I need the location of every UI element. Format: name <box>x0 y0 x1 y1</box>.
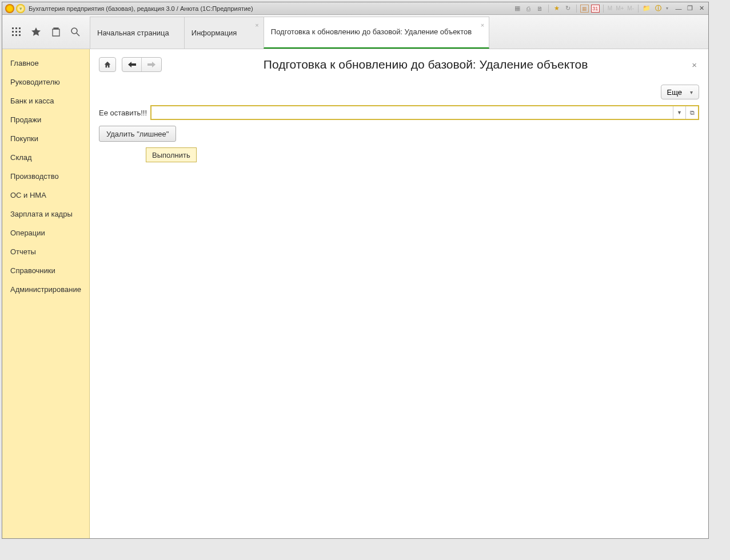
page-title: Подготовка к обновлению до базовой: Удал… <box>167 58 684 71</box>
keep-field-input[interactable] <box>151 106 673 119</box>
delete-extra-label: Удалить "лишнее" <box>106 130 169 138</box>
app-logo-icon <box>5 4 14 13</box>
keep-field-label: Ее оставить!!! <box>99 109 147 117</box>
sidebar-item-label: Главное <box>10 59 39 67</box>
sidebar-item-label: Руководителю <box>10 78 60 86</box>
svg-rect-8 <box>19 34 21 36</box>
search-icon[interactable] <box>70 26 81 38</box>
sidebar-item-reports[interactable]: Отчеты <box>2 242 89 261</box>
sidebar-item-label: Банк и касса <box>10 97 54 105</box>
sidebar-item-label: Операции <box>10 229 45 237</box>
sidebar-item-label: Администрирование <box>10 285 81 294</box>
home-icon <box>103 61 111 69</box>
delete-extra-button[interactable]: Удалить "лишнее" <box>99 126 176 142</box>
sidebar-item-label: Склад <box>10 153 32 162</box>
history-icon[interactable]: ↻ <box>564 4 573 13</box>
nav-arrows <box>122 57 162 72</box>
svg-point-9 <box>71 28 77 34</box>
sidebar-item-os-nma[interactable]: ОС и НМА <box>2 186 89 205</box>
keep-field-wrap: ▼ ⧉ <box>150 105 699 120</box>
svg-rect-2 <box>19 27 21 29</box>
svg-rect-1 <box>15 27 17 29</box>
arrow-right-icon <box>147 61 156 68</box>
tab-close-icon[interactable]: × <box>481 22 484 30</box>
sidebar-item-directories[interactable]: Справочники <box>2 261 89 280</box>
separator <box>576 5 577 13</box>
sidebar-item-label: Производство <box>10 172 59 181</box>
app-menu-icon[interactable]: ▾ <box>16 4 25 13</box>
tab-start-page[interactable]: Начальная страница <box>90 17 185 49</box>
memory-mplus[interactable]: M+ <box>615 5 624 11</box>
memory-m[interactable]: M <box>607 5 613 11</box>
sidebar-item-label: Справочники <box>10 266 55 275</box>
sidebar-item-sales[interactable]: Продажи <box>2 110 89 129</box>
folder-icon[interactable]: 📁 <box>642 4 651 13</box>
sidebar-item-label: Отчеты <box>10 247 36 256</box>
sidebar: Главное Руководителю Банк и касса Продаж… <box>2 49 90 538</box>
separator <box>638 5 639 13</box>
page-close-button[interactable]: × <box>689 58 699 72</box>
doc-icon[interactable]: 🗎 <box>536 4 545 13</box>
sidebar-item-label: Зарплата и кадры <box>10 210 73 218</box>
tab-label: Информация <box>192 29 237 37</box>
sidebar-item-label: Продажи <box>10 115 41 124</box>
tab-information[interactable]: Информация × <box>184 17 264 49</box>
tabs: Начальная страница Информация × Подготов… <box>90 15 708 49</box>
svg-rect-6 <box>12 34 14 36</box>
info-menu-icon[interactable]: ▾ <box>663 4 672 13</box>
dropdown-icon[interactable]: ▼ <box>673 106 685 119</box>
arrow-left-icon <box>127 61 137 68</box>
svg-rect-3 <box>12 31 14 33</box>
tab-close-icon[interactable]: × <box>255 22 258 29</box>
clipboard-icon[interactable] <box>50 26 62 38</box>
separator <box>603 5 604 13</box>
sidebar-item-bank[interactable]: Банк и касса <box>2 91 89 110</box>
svg-rect-7 <box>15 34 17 36</box>
sidebar-item-warehouse[interactable]: Склад <box>2 148 89 167</box>
back-button[interactable] <box>122 58 142 71</box>
tab-label: Начальная страница <box>97 29 169 37</box>
forward-button[interactable] <box>142 58 161 71</box>
close-button[interactable]: ✕ <box>697 5 706 13</box>
window-title: Бухгалтерия предприятия (базовая), редак… <box>29 5 253 12</box>
open-dialog-icon[interactable]: ⧉ <box>685 106 698 119</box>
sidebar-item-manager[interactable]: Руководителю <box>2 73 89 91</box>
sidebar-item-production[interactable]: Производство <box>2 167 89 186</box>
execute-button[interactable]: Выполнить <box>146 147 197 162</box>
apps-grid-icon[interactable] <box>11 26 22 38</box>
more-label: Еще <box>667 88 682 97</box>
tab-prepare-update[interactable]: Подготовка к обновлению до базовой: Удал… <box>264 17 489 49</box>
svg-rect-4 <box>15 31 17 33</box>
svg-line-10 <box>77 33 79 36</box>
sidebar-item-label: Покупки <box>10 134 38 143</box>
more-button[interactable]: Еще <box>661 85 699 99</box>
sidebar-item-label: ОС и НМА <box>10 191 46 199</box>
calculator-icon[interactable]: ▦ <box>580 5 589 13</box>
sidebar-item-admin[interactable]: Администрирование <box>2 280 89 299</box>
print-icon[interactable]: ⎙ <box>524 4 533 13</box>
favorite-icon[interactable]: ★ <box>552 4 561 13</box>
sidebar-item-operations[interactable]: Операции <box>2 223 89 242</box>
svg-rect-5 <box>19 31 21 33</box>
topbar: Начальная страница Информация × Подготов… <box>2 15 708 49</box>
minimize-button[interactable]: — <box>674 5 683 13</box>
tab-label: Подготовка к обновлению до базовой: Удал… <box>271 27 472 37</box>
separator <box>548 5 549 13</box>
content: Подготовка к обновлению до базовой: Удал… <box>90 49 708 538</box>
calendar-icon[interactable]: 31 <box>591 5 600 13</box>
home-button[interactable] <box>99 57 116 72</box>
sidebar-item-purchases[interactable]: Покупки <box>2 129 89 148</box>
sidebar-item-main[interactable]: Главное <box>2 54 89 73</box>
memory-mminus[interactable]: M- <box>627 5 635 11</box>
execute-label: Выполнить <box>152 151 190 159</box>
titlebar: ▾ Бухгалтерия предприятия (базовая), ред… <box>2 2 708 15</box>
info-icon[interactable]: ⓘ <box>653 4 663 13</box>
sidebar-item-salary[interactable]: Зарплата и кадры <box>2 205 89 223</box>
svg-rect-0 <box>12 27 14 29</box>
star-icon[interactable] <box>30 26 42 38</box>
maximize-button[interactable]: ❐ <box>685 5 695 13</box>
print-preview-icon[interactable]: ▦ <box>513 4 522 13</box>
